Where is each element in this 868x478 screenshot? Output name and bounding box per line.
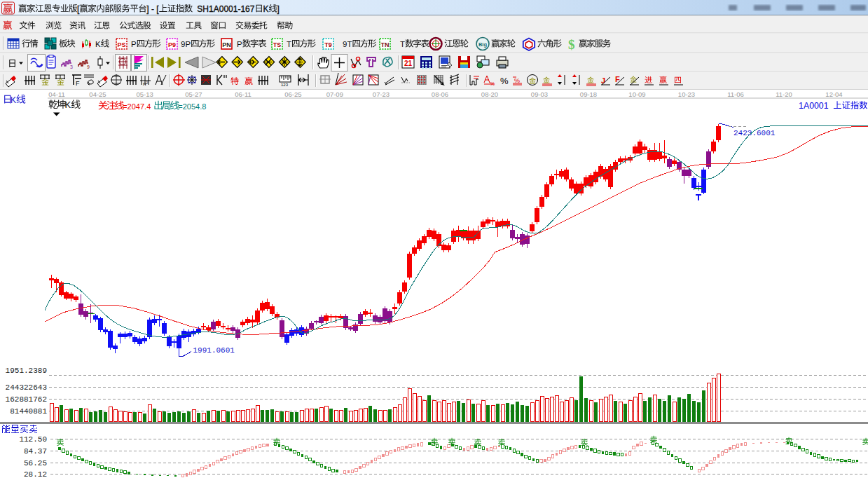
svg-text:1A0001: 1A0001 bbox=[799, 101, 833, 111]
svg-text:K: K bbox=[11, 95, 16, 105]
svg-text:TS: TS bbox=[273, 41, 282, 48]
svg-text:08-20: 08-20 bbox=[481, 90, 498, 98]
svg-text:T: T bbox=[400, 40, 405, 48]
svg-text:162881762: 162881762 bbox=[6, 395, 47, 404]
svg-text:07-09: 07-09 bbox=[326, 90, 343, 98]
svg-text:P9: P9 bbox=[168, 41, 176, 48]
svg-text:T9: T9 bbox=[324, 41, 332, 48]
svg-text:K: K bbox=[95, 40, 101, 48]
svg-text:11-20: 11-20 bbox=[776, 90, 792, 98]
svg-text:K: K bbox=[65, 100, 71, 110]
svg-text:10-23: 10-23 bbox=[678, 90, 695, 98]
svg-text:n²: n² bbox=[143, 81, 148, 87]
svg-text:=2054.8: =2054.8 bbox=[178, 102, 206, 111]
svg-text:10-09: 10-09 bbox=[628, 90, 645, 98]
svg-text:] - [: ] - [ bbox=[146, 4, 159, 14]
svg-text:$: $ bbox=[568, 37, 575, 52]
svg-text:%: % bbox=[500, 76, 509, 86]
svg-text:07-23: 07-23 bbox=[373, 90, 390, 98]
svg-text:81440881: 81440881 bbox=[10, 407, 47, 416]
svg-text:06-11: 06-11 bbox=[235, 90, 252, 98]
svg-text:08-06: 08-06 bbox=[432, 90, 448, 98]
svg-text:F: F bbox=[615, 75, 620, 83]
svg-text:9: 9 bbox=[87, 64, 90, 69]
svg-text:21: 21 bbox=[404, 60, 413, 67]
svg-text:PN: PN bbox=[222, 41, 231, 48]
svg-text:TN: TN bbox=[381, 41, 390, 48]
svg-text:9T: 9T bbox=[343, 40, 352, 48]
svg-text:123: 123 bbox=[281, 83, 289, 87]
svg-text:P: P bbox=[237, 40, 242, 48]
svg-text:56.25: 56.25 bbox=[24, 459, 47, 467]
svg-text:09-03: 09-03 bbox=[531, 90, 548, 98]
svg-text:SH1A0001-167: SH1A0001-167 bbox=[193, 4, 255, 14]
svg-text:112.50: 112.50 bbox=[19, 435, 47, 444]
svg-text:T: T bbox=[287, 40, 291, 48]
svg-text:3: 3 bbox=[70, 64, 73, 69]
svg-text:1951.2389: 1951.2389 bbox=[6, 367, 47, 375]
svg-text:Big: Big bbox=[478, 41, 488, 48]
svg-text:04-11: 04-11 bbox=[48, 90, 65, 98]
svg-text:84.37: 84.37 bbox=[24, 447, 47, 456]
svg-text:244322643: 244322643 bbox=[6, 383, 47, 392]
svg-text:11-06: 11-06 bbox=[727, 90, 744, 98]
svg-text:06-25: 06-25 bbox=[284, 90, 301, 98]
svg-text:28.12: 28.12 bbox=[24, 470, 47, 478]
svg-text:1991.0601: 1991.0601 bbox=[193, 346, 235, 355]
svg-text:F: F bbox=[76, 80, 80, 87]
svg-text:05-27: 05-27 bbox=[185, 90, 202, 98]
svg-text:P: P bbox=[131, 40, 137, 48]
svg-text:K: K bbox=[263, 4, 268, 14]
svg-text:PS: PS bbox=[117, 41, 125, 48]
svg-text:9P: 9P bbox=[181, 40, 191, 48]
svg-text:04-25: 04-25 bbox=[89, 90, 106, 98]
svg-text:05-13: 05-13 bbox=[136, 90, 153, 98]
svg-text:=2047.4: =2047.4 bbox=[123, 102, 151, 111]
svg-text:12-04: 12-04 bbox=[825, 90, 842, 98]
svg-text:]: ] bbox=[277, 4, 279, 14]
svg-text:09-18: 09-18 bbox=[580, 90, 597, 98]
